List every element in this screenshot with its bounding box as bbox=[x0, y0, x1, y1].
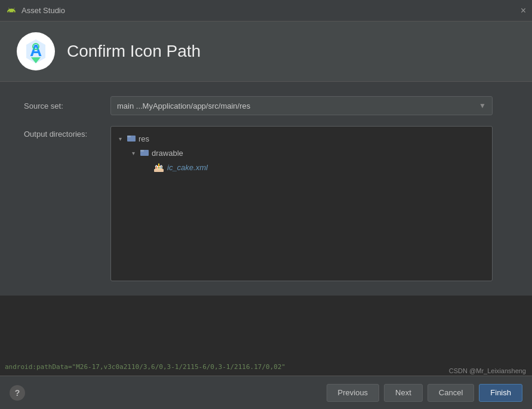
finish-button[interactable]: Finish bbox=[479, 384, 522, 402]
tree-node-drawable[interactable]: ▾ drawable bbox=[111, 146, 492, 160]
output-directories-row: Output directories: ▾ res ▾ bbox=[24, 126, 508, 281]
output-directories-label: Output directories: bbox=[24, 126, 110, 139]
source-set-value: main ...MyApplication/app/src/main/res bbox=[117, 102, 250, 110]
svg-rect-7 bbox=[140, 150, 144, 152]
res-node-label: res bbox=[139, 134, 149, 143]
svg-point-12 bbox=[156, 167, 157, 168]
chevron-down-icon: ▾ bbox=[129, 150, 137, 156]
svg-rect-5 bbox=[127, 136, 131, 137]
cancel-button[interactable]: Cancel bbox=[428, 384, 474, 402]
file-tree: ▾ res ▾ dra bbox=[110, 126, 493, 281]
help-button[interactable]: ? bbox=[10, 385, 25, 401]
folder-icon bbox=[127, 133, 136, 144]
footer-left: ? bbox=[10, 385, 25, 401]
dialog-header: A Confirm Icon Path bbox=[0, 21, 532, 82]
previous-button[interactable]: Previous bbox=[327, 384, 380, 402]
source-set-dropdown[interactable]: main ...MyApplication/app/src/main/res ▼ bbox=[110, 96, 493, 115]
watermark: CSDN @Mr_Leixiansheng bbox=[449, 367, 526, 374]
title-bar: Asset Studio × bbox=[0, 0, 532, 21]
footer-right: Previous Next Cancel Finish bbox=[327, 384, 522, 402]
file-icon bbox=[153, 161, 165, 173]
close-button[interactable]: × bbox=[521, 6, 526, 16]
dropdown-arrow-icon: ▼ bbox=[479, 102, 486, 110]
chevron-down-icon: ▾ bbox=[116, 136, 124, 142]
app-logo: A bbox=[17, 32, 55, 70]
folder-icon bbox=[140, 147, 149, 159]
svg-point-11 bbox=[158, 164, 159, 165]
dialog-footer: ? Previous Next Cancel Finish bbox=[0, 376, 532, 409]
window-title: Asset Studio bbox=[21, 6, 65, 15]
svg-point-14 bbox=[161, 167, 162, 168]
title-bar-left: Asset Studio bbox=[6, 5, 65, 16]
android-title-icon bbox=[6, 5, 17, 16]
tree-node-res[interactable]: ▾ res bbox=[111, 131, 492, 146]
tree-node-ic-cake[interactable]: ic_cake.xml bbox=[111, 160, 492, 174]
next-button[interactable]: Next bbox=[384, 384, 423, 402]
drawable-node-label: drawable bbox=[152, 149, 183, 158]
svg-point-13 bbox=[158, 167, 159, 168]
ic-cake-label: ic_cake.xml bbox=[167, 163, 208, 172]
dialog-title: Confirm Icon Path bbox=[67, 42, 201, 61]
dialog-content: Source set: main ...MyApplication/app/sr… bbox=[0, 82, 532, 296]
source-set-label: Source set: bbox=[24, 102, 110, 110]
android-studio-logo-icon: A bbox=[23, 38, 49, 64]
code-text: android:pathData="M26-17,v3c0a2110/3,6/0… bbox=[5, 363, 285, 371]
source-set-row: Source set: main ...MyApplication/app/sr… bbox=[24, 96, 508, 115]
